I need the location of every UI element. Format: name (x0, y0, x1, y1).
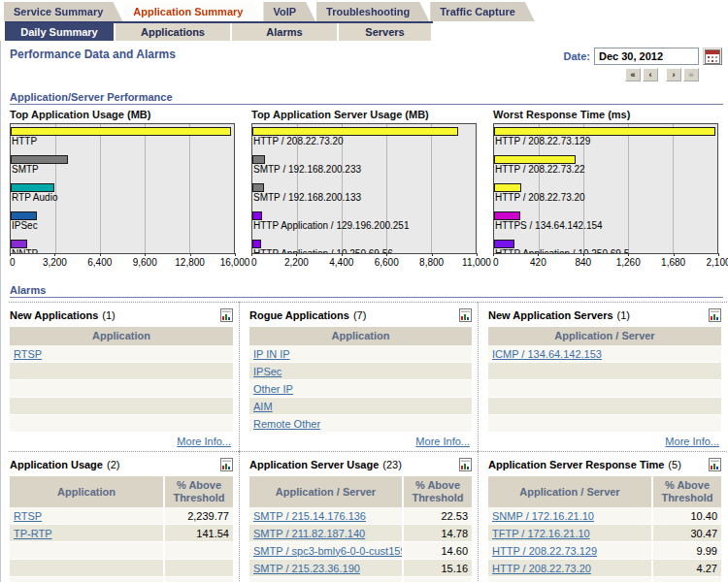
cell-application (10, 415, 233, 433)
link-smtp-211-82-187-140[interactable]: SMTP / 211.82.187.140 (253, 528, 365, 539)
cell-threshold-value: 15.76 (403, 577, 472, 582)
bar-smtp-192-168-200-133[interactable] (252, 183, 264, 192)
column-header-application-server: Application / Server (488, 476, 652, 507)
cell-application: RTSP (10, 345, 233, 363)
subtab-daily-summary[interactable]: Daily Summary (5, 23, 116, 41)
section-performance-heading: Application/Server Performance (10, 91, 723, 105)
chart-plot: HTTP / 208.22.73.20SMTP / 192.168.200.23… (251, 123, 477, 254)
bar-http-208-22-73-20[interactable] (252, 127, 458, 136)
link-snmp-172-16-21-10[interactable]: SNMP / 172.16.21.10 (492, 510, 594, 522)
link-icmp-134-64-142-153[interactable]: ICMP / 134.64.142.153 (492, 348, 602, 360)
bar-http-application-129-196-200-251[interactable] (252, 211, 262, 220)
alarm-table: Application% Above ThresholdRTSP2,239.77… (10, 476, 233, 582)
link-remote-other[interactable]: Remote Other (253, 418, 320, 430)
bar-ipsec[interactable] (11, 211, 37, 220)
link-other-ip[interactable]: Other IP (253, 383, 293, 395)
tab-troubleshooting[interactable]: Troubleshooting (316, 2, 429, 21)
table-row (488, 363, 721, 380)
date-nav-prev-button[interactable]: ‹ (643, 68, 658, 81)
subtab-applications[interactable]: Applications (116, 23, 232, 41)
tick-mark (296, 253, 297, 256)
chart-title: Top Application Usage (MB) (10, 109, 235, 123)
link-tftp-172-16-21-10[interactable]: TFTP / 172.16.21.10 (492, 528, 590, 539)
tab-service-summary[interactable]: Service Summary (4, 2, 122, 21)
bar-group: IPSec (11, 209, 234, 237)
table-row: RTSP (10, 345, 233, 363)
more-info-link[interactable]: More Info... (665, 436, 719, 447)
date-input[interactable] (594, 48, 699, 65)
cell-application: ICMP / 134.64.142.153 (488, 345, 721, 363)
tab-application-summary[interactable]: Application Summary (123, 2, 262, 21)
bar-https-134-64-142-154[interactable] (494, 211, 520, 220)
secondary-tabbar: Daily SummaryApplicationsAlarmsServers (5, 21, 433, 41)
more-info-link[interactable]: More Info... (415, 436, 470, 447)
panel-application-usage: Application Usage(2)Application% Above T… (9, 451, 239, 582)
calendar-icon[interactable] (703, 48, 722, 65)
bar-http-208-22-73-20[interactable] (494, 183, 521, 192)
table-row: TP-RTP141.54 (10, 525, 233, 542)
bar-label: SMTP / 192.168.200.133 (252, 192, 476, 204)
report-icon[interactable] (459, 308, 472, 322)
table-row: Other IP (249, 380, 472, 398)
cell-application (10, 560, 164, 577)
bar-http[interactable] (11, 127, 231, 136)
bar-http-application-10-250-69-56[interactable] (252, 240, 261, 248)
link-ipsec[interactable]: IPSec (253, 366, 281, 377)
bar-http-208-22-73-22[interactable] (494, 155, 576, 164)
link-ip-in-ip[interactable]: IP IN IP (253, 348, 290, 360)
bar-label: IPSec (11, 220, 234, 232)
report-icon[interactable] (709, 308, 721, 322)
link-smtp-spc3-bmly6-0-0-cust159[interactable]: SMTP / spc3-bmly6-0-0-cust159... (253, 545, 403, 557)
link-rtsp[interactable]: RTSP (14, 510, 42, 522)
date-picker: Date: «‹›» (563, 48, 722, 81)
cell-application: AIM (249, 398, 472, 415)
report-icon[interactable] (220, 458, 233, 471)
bar-http-application-10-250-69-5[interactable] (494, 240, 514, 248)
tab-voip[interactable]: VoIP (263, 2, 315, 21)
column-header-above-threshold: % Above Threshold (403, 476, 472, 507)
more-info-link[interactable]: More Info... (177, 436, 231, 447)
tick-mark (386, 253, 387, 256)
chart-top-application-server-usage: Top Application Server Usage (MB)HTTP / … (251, 109, 477, 269)
bar-group: SMTP / 192.168.200.133 (252, 180, 476, 209)
link-tp-rtp[interactable]: TP-RTP (14, 528, 52, 539)
cell-application: SNMP / 172.16.21.10 (488, 507, 652, 525)
bar-label: HTTP Application / 10.250.69.56 (252, 248, 476, 254)
report-icon-glyph (709, 458, 721, 471)
table-header-row: Application% Above Threshold (10, 476, 233, 507)
table-row (10, 560, 233, 577)
bar-label: RTP Audio (11, 192, 234, 204)
date-nav-next-button[interactable]: › (666, 68, 681, 81)
subtab-alarms[interactable]: Alarms (232, 23, 339, 41)
bar-rtp-audio[interactable] (11, 183, 54, 192)
link-smtp-215-14-176-136[interactable]: SMTP / 215.14.176.136 (253, 510, 366, 522)
report-icon[interactable] (220, 308, 233, 322)
table-row: HTTP / 208.22.73.226.04 (488, 577, 721, 582)
bar-label: HTTP / 208.22.73.129 (494, 136, 717, 147)
link-rtsp[interactable]: RTSP (14, 348, 42, 360)
report-icon[interactable] (459, 458, 472, 471)
x-tick-label: 840 (575, 257, 591, 268)
report-icon-glyph (459, 308, 472, 322)
report-icon[interactable] (709, 458, 721, 471)
link-http-208-22-73-129[interactable]: HTTP / 208.22.73.129 (492, 545, 597, 557)
cell-threshold-value: 9.99 (652, 542, 721, 560)
panel-rogue-applications: Rogue Applications(7)ApplicationIP IN IP… (239, 302, 478, 451)
bar-nntp[interactable] (11, 240, 27, 248)
link-aim[interactable]: AIM (253, 401, 273, 412)
panel-title: New Application Servers (488, 309, 613, 321)
bar-smtp-192-168-200-233[interactable] (252, 155, 265, 164)
cell-application (10, 542, 164, 560)
link-http-208-22-73-20[interactable]: HTTP / 208.22.73.20 (492, 563, 591, 574)
subtab-servers[interactable]: Servers (339, 23, 433, 41)
column-header-application-server: Application / Server (488, 327, 721, 345)
link-smtp-215-23-36-190[interactable]: SMTP / 215.23.36.190 (253, 563, 360, 574)
date-nav-last-button[interactable]: » (683, 68, 699, 81)
x-tick-label: 9,600 (133, 257, 157, 268)
cell-application: HTTP / 208.22.73.129 (488, 542, 652, 560)
bar-smtp[interactable] (11, 155, 68, 164)
bar-http-208-22-73-129[interactable] (494, 127, 715, 136)
date-nav-first-button[interactable]: « (625, 68, 641, 81)
section-alarms-heading: Alarms (10, 284, 723, 298)
tab-traffic-capture[interactable]: Traffic Capture (430, 2, 535, 21)
